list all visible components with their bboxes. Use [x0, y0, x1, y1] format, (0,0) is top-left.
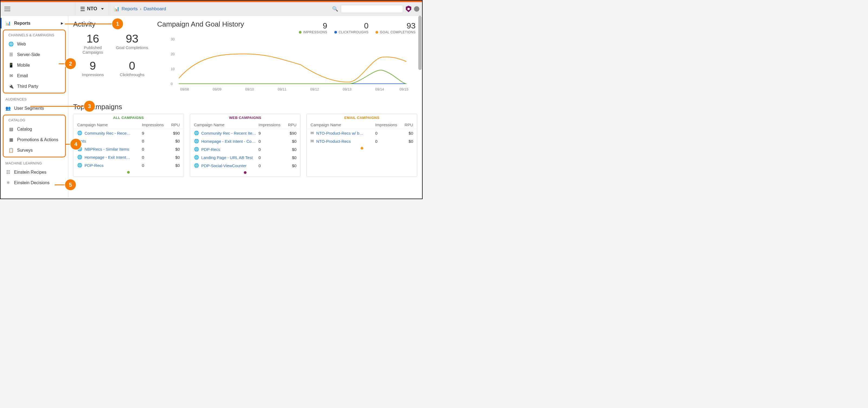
scrollbar-thumb[interactable] — [418, 16, 422, 70]
callout-catalog: CATALOG ▤Catalog ▦Promotions & Actions 📋… — [3, 115, 66, 157]
tiles-icon: ▦ — [8, 137, 14, 142]
table-row: 🌐PDP-Recs0$0 — [190, 145, 301, 153]
database-icon — [81, 7, 85, 11]
sidebar-item-server-side[interactable]: ☰Server-Side — [3, 49, 65, 60]
svg-text:09/10: 09/10 — [245, 87, 254, 91]
breadcrumb-separator: › — [140, 6, 142, 12]
mail-icon: ✉ — [8, 73, 14, 78]
chevron-down-icon — [101, 8, 104, 10]
main-content: Activity 16Published Campaigns 93Goal Co… — [68, 16, 422, 198]
breadcrumb-leaf[interactable]: Dashboard — [144, 6, 166, 12]
callout-badge-2: 2 — [65, 58, 76, 69]
sidebar-item-label: Reports — [14, 21, 30, 26]
globe-icon: 🌐 — [194, 131, 199, 135]
campaign-link[interactable]: PDP-Social-ViewCounter — [201, 163, 247, 168]
svg-text:09/12: 09/12 — [310, 87, 319, 91]
plugin-icon: 🔌 — [8, 84, 14, 89]
users-icon: 👥 — [5, 106, 11, 111]
search-icon[interactable]: 🔍 — [332, 6, 338, 12]
legend-goals: 93GOAL COMPLETIONS — [375, 21, 415, 34]
sidebar-section-ml: MACHINE LEARNING — [1, 158, 68, 167]
sidebar-item-label: Catalog — [17, 127, 32, 132]
callout-line — [59, 63, 66, 64]
svg-text:09/11: 09/11 — [278, 87, 287, 91]
card-all-campaigns: ALL CAMPAIGNS Campaign NameImpressionsRP… — [73, 114, 184, 177]
sidebar-item-mobile[interactable]: 📱Mobile — [3, 60, 65, 70]
callout-badge-5: 5 — [65, 179, 76, 190]
user-icon[interactable] — [414, 6, 420, 12]
search-input[interactable] — [341, 5, 403, 13]
sidebar-section-audiences: AUDIENCES — [1, 95, 68, 103]
sidebar-item-email[interactable]: ✉Email — [3, 70, 65, 81]
table-row: 🌐Homepage - Exit Intent…0$0 — [73, 153, 184, 161]
breadcrumb-root[interactable]: Reports — [122, 6, 138, 12]
sidebar-item-web[interactable]: 🌐Web — [3, 39, 65, 49]
table-row: 🌐Homepage - Exit Intent - Co…0$0 — [190, 137, 301, 145]
chart-icon: 📊 — [114, 6, 120, 12]
campaign-link[interactable]: Homepage - Exit Intent… — [85, 155, 130, 160]
svg-text:09/13: 09/13 — [343, 87, 352, 91]
workspace-label: NTO — [87, 6, 97, 12]
pager-dot[interactable] — [361, 147, 363, 150]
campaign-link[interactable]: NTO-Product-Recs — [316, 139, 350, 144]
callout-line — [55, 185, 66, 185]
campaign-link[interactable]: Community Rec - Recent Ite… — [201, 131, 256, 135]
sidebar-section-channels: CHANNELS & CAMPAIGNS — [3, 30, 65, 39]
globe-icon: 🌐 — [194, 155, 199, 160]
sidebar-item-label: Surveys — [17, 148, 33, 153]
breadcrumb: 📊 Reports › Dashboard — [108, 2, 171, 15]
sidebar-item-promotions[interactable]: ▦Promotions & Actions — [3, 134, 65, 145]
sidebar-item-reports[interactable]: 📊 Reports ▸ — [1, 18, 68, 28]
legend-impressions: 9IMPRESSIONS — [299, 21, 327, 34]
pager-dot[interactable] — [127, 171, 130, 174]
campaign-link[interactable]: Homepage - Exit Intent - Co… — [201, 139, 256, 144]
card-web-campaigns: WEB CAMPAIGNS Campaign NameImpressionsRP… — [190, 114, 301, 177]
svg-text:09/14: 09/14 — [375, 87, 384, 91]
svg-text:10: 10 — [171, 67, 175, 71]
campaign-link[interactable]: PDP-Recs — [201, 147, 220, 152]
mail-icon: ✉ — [310, 139, 314, 144]
callout-channels: CHANNELS & CAMPAIGNS 🌐Web ☰Server-Side 📱… — [3, 30, 66, 93]
shield-icon[interactable] — [406, 6, 411, 12]
sidebar-item-third-party[interactable]: 🔌Third Party — [3, 81, 65, 92]
callout-line — [30, 106, 85, 107]
table-row: 🌐Landing Page - URL AB Test0$0 — [190, 153, 301, 161]
mail-icon: ✉ — [310, 131, 314, 135]
workspace-selector[interactable]: NTO — [75, 2, 108, 15]
campaign-link[interactable]: NBPRecs - Similar Items — [85, 147, 129, 152]
svg-text:09/15: 09/15 — [400, 87, 408, 91]
sidebar-section-catalog: CATALOG — [3, 116, 65, 124]
pager-dot[interactable] — [244, 171, 247, 174]
sidebar-item-label: Einstein Recipes — [14, 170, 46, 175]
campaign-link[interactable]: PDP-Recs — [85, 163, 103, 168]
stat-clickthroughs: 0Clickthroughs — [113, 59, 152, 77]
table-row: 🌐Community Rec - Rece…9$90 — [73, 129, 184, 137]
legend-clickthroughs: 0CLICKTHROUGHS — [334, 21, 369, 34]
sidebar-item-einstein-recipes[interactable]: ☷Einstein Recipes — [1, 167, 68, 178]
mobile-icon: 📱 — [8, 63, 14, 68]
sidebar-item-einstein-decisions[interactable]: ⚛Einstein Decisions — [1, 178, 68, 188]
campaign-link[interactable]: Landing Page - URL AB Test — [201, 155, 253, 160]
campaign-link[interactable]: Community Rec - Rece… — [85, 131, 131, 135]
svg-text:0: 0 — [171, 82, 173, 86]
sidebar-item-label: Third Party — [17, 84, 38, 89]
sidebar-item-catalog[interactable]: ▤Catalog — [3, 124, 65, 134]
card-email-campaigns: EMAIL CAMPAIGNS Campaign NameImpressions… — [306, 114, 417, 177]
svg-text:09/08: 09/08 — [180, 87, 189, 91]
sidebar-item-label: Server-Side — [17, 52, 40, 57]
server-icon: ☰ — [8, 52, 14, 57]
campaign-link[interactable]: NTO-Product-Recs w/ b… — [316, 131, 363, 135]
top-bar: NTO 📊 Reports › Dashboard 🔍 — [1, 2, 422, 16]
sidebar-item-surveys[interactable]: 📋Surveys — [3, 145, 65, 156]
sidebar-item-label: Einstein Decisions — [14, 181, 50, 185]
svg-text:30: 30 — [171, 37, 175, 41]
hamburger-icon[interactable] — [4, 7, 10, 11]
callout-line — [65, 24, 114, 24]
table-row: 🌐PDP-Social-ViewCounter0$0 — [190, 161, 301, 169]
globe-icon: 🌐 — [77, 163, 82, 168]
sidebar-item-user-segments[interactable]: 👥User Segments — [1, 103, 68, 114]
callout-badge-4: 4 — [70, 139, 81, 150]
table-row: 🌐NBPRecs - Similar Items0$0 — [73, 145, 184, 153]
sidebar-item-label: Email — [17, 73, 28, 78]
stat-impressions: 9Impressions — [73, 59, 113, 77]
